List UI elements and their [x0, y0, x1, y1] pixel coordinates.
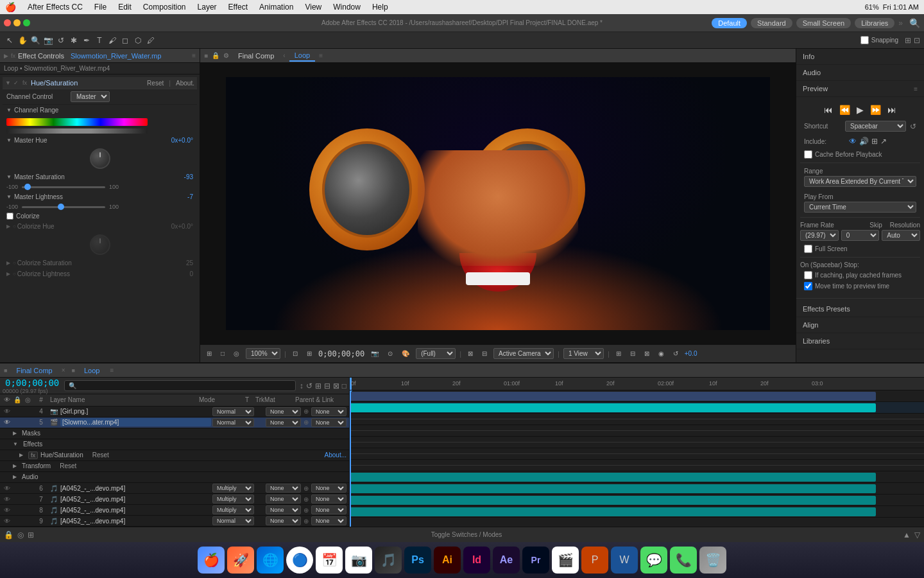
- workspace-standard[interactable]: Standard: [751, 18, 792, 28]
- menu-effect[interactable]: Effect: [223, 1, 253, 13]
- shortcut-select[interactable]: Spacebar: [845, 121, 906, 132]
- align-panel[interactable]: Align: [796, 317, 924, 333]
- layer-search-input[interactable]: [64, 380, 295, 391]
- mask-toggle[interactable]: ◉: [656, 349, 667, 358]
- zoom-select[interactable]: 100% 50% 200%: [246, 348, 280, 359]
- timeline-ctrl6[interactable]: □: [342, 381, 346, 390]
- timeline-tab-loop[interactable]: Loop: [79, 365, 105, 376]
- layer4-trkmat[interactable]: None: [266, 407, 301, 416]
- footer-zoom-in[interactable]: ▲: [903, 530, 911, 539]
- layer7-name[interactable]: [A0452_-_...devo.mp4]: [60, 496, 211, 503]
- guides-toggle[interactable]: ⊟: [628, 349, 638, 358]
- first-frame-btn[interactable]: ⏮: [823, 103, 834, 116]
- dock-word[interactable]: W: [611, 547, 638, 574]
- panel-menu[interactable]: ≡: [192, 52, 196, 59]
- footer-btn3[interactable]: ⊟: [479, 349, 490, 358]
- dock-ai[interactable]: Ai: [434, 547, 461, 574]
- footer-grid[interactable]: ⊞: [204, 349, 214, 358]
- last-frame-btn[interactable]: ⏭: [886, 103, 898, 116]
- timeline-ctrl5[interactable]: ⊠: [333, 381, 339, 390]
- move-time-checkbox[interactable]: [804, 282, 812, 290]
- timecode-display[interactable]: 0;00;00;00: [318, 349, 364, 358]
- paint-tool[interactable]: 🖊: [145, 35, 157, 46]
- dock-chrome[interactable]: 🔵: [286, 547, 313, 574]
- menu-ae[interactable]: After Effects CC: [22, 1, 88, 13]
- info-panel[interactable]: Info: [796, 49, 924, 65]
- transform-reset[interactable]: Reset: [60, 462, 76, 469]
- rulers-toggle[interactable]: ⊠: [642, 349, 652, 358]
- play-from-select[interactable]: Current Time: [804, 202, 916, 213]
- resolution-select[interactable]: Auto: [882, 230, 920, 241]
- rotate-tool[interactable]: ↺: [55, 35, 67, 46]
- search-icon[interactable]: 🔍: [909, 18, 920, 28]
- master-sat-value[interactable]: -93: [184, 173, 193, 180]
- range-select[interactable]: Work Area Extended By Current T...: [804, 176, 916, 187]
- menu-view[interactable]: View: [300, 1, 327, 13]
- next-frame-btn[interactable]: ⏩: [869, 103, 882, 116]
- dock-powerpoint[interactable]: P: [581, 547, 608, 574]
- layer6-parent[interactable]: None: [311, 484, 346, 493]
- audio-panel[interactable]: Audio: [796, 65, 924, 81]
- channel-range-header[interactable]: ▼ Channel Range: [3, 105, 197, 116]
- footer-expand[interactable]: ⊞: [304, 349, 314, 358]
- reset-icon[interactable]: ↺: [910, 122, 916, 131]
- brush-tool[interactable]: 🖌: [107, 35, 118, 46]
- export-icon[interactable]: ↗: [880, 137, 887, 146]
- timeline-tab-finalcomp[interactable]: Final Comp: [11, 365, 57, 376]
- layer6-trkmat[interactable]: None: [266, 484, 301, 493]
- snapping-checkbox[interactable]: [860, 36, 869, 44]
- select-tool[interactable]: ↖: [4, 35, 15, 46]
- overlay-icon[interactable]: ⊞: [871, 137, 878, 146]
- dock-facetime[interactable]: 📞: [670, 547, 697, 574]
- layer4-parent[interactable]: None: [311, 407, 346, 416]
- layer7-parent[interactable]: None: [311, 495, 346, 504]
- layer6-name[interactable]: [A0452_-_...devo.mp4]: [60, 485, 211, 492]
- about-button[interactable]: About.: [176, 80, 194, 87]
- timeline-ctrl2[interactable]: ↺: [306, 381, 312, 390]
- menu-edit[interactable]: Edit: [113, 1, 137, 13]
- quality-select[interactable]: (Full) Half Quarter: [416, 348, 456, 359]
- colorize-checkbox[interactable]: [6, 213, 13, 220]
- layer9-parent[interactable]: None: [311, 516, 346, 525]
- master-hue-knob[interactable]: [90, 148, 110, 169]
- footer-ruler[interactable]: □: [218, 349, 227, 358]
- layer6-mode[interactable]: Multiply: [212, 484, 254, 493]
- layer9-trkmat[interactable]: None: [266, 516, 301, 525]
- layer4-name[interactable]: [Girl.png.]: [60, 408, 211, 415]
- dock-vlc[interactable]: 🎬: [552, 547, 579, 574]
- layer7-vis[interactable]: 👁: [3, 496, 12, 503]
- timeline-tab-menu[interactable]: ≡: [110, 367, 114, 374]
- camera-tool[interactable]: 📷: [42, 35, 54, 46]
- dock-ae[interactable]: Ae: [493, 547, 520, 574]
- expand-icon[interactable]: ⊞: [905, 36, 911, 45]
- timeline-ctrl4[interactable]: ⊟: [324, 381, 330, 390]
- workspace-small-screen[interactable]: Small Screen: [796, 18, 851, 28]
- maximize-btn[interactable]: [23, 19, 30, 26]
- master-light-value[interactable]: -7: [187, 193, 193, 200]
- layer9-vis[interactable]: 👁: [3, 518, 12, 525]
- layer7-mode[interactable]: Multiply: [212, 495, 254, 504]
- cache-frames-checkbox[interactable]: [804, 271, 812, 279]
- footer-zoom-out[interactable]: ▽: [914, 530, 920, 539]
- master-sat-slider[interactable]: [22, 186, 105, 188]
- cache-checkbox[interactable]: [804, 150, 812, 159]
- grid-toggle[interactable]: ⊞: [613, 349, 624, 358]
- layer5-trkmat[interactable]: None: [266, 418, 301, 427]
- menu-help[interactable]: Help: [367, 1, 393, 13]
- layer8-parent[interactable]: None: [311, 505, 346, 514]
- hand-tool[interactable]: ✋: [17, 35, 28, 46]
- effect-tab-name[interactable]: Slowmotion_River_Water.mp: [67, 51, 165, 61]
- video-icon[interactable]: 👁: [849, 137, 857, 146]
- camera-select[interactable]: Active Camera: [493, 348, 554, 359]
- footer-btn2[interactable]: ⊠: [465, 349, 475, 358]
- effects-presets-panel[interactable]: Effects Presets: [796, 301, 924, 317]
- refresh-btn[interactable]: ↺: [671, 349, 681, 358]
- close-btn[interactable]: [4, 19, 11, 26]
- comp-collapse[interactable]: ■: [204, 52, 208, 59]
- zoom-tool[interactable]: 🔍: [30, 35, 41, 46]
- footer-icon2[interactable]: ◎: [17, 530, 24, 539]
- dock-safari[interactable]: 🌐: [257, 547, 284, 574]
- layer4-mode[interactable]: Normal: [212, 407, 254, 416]
- view-select[interactable]: 1 View 2 Views: [563, 348, 604, 359]
- layer5-parent[interactable]: None: [311, 418, 346, 427]
